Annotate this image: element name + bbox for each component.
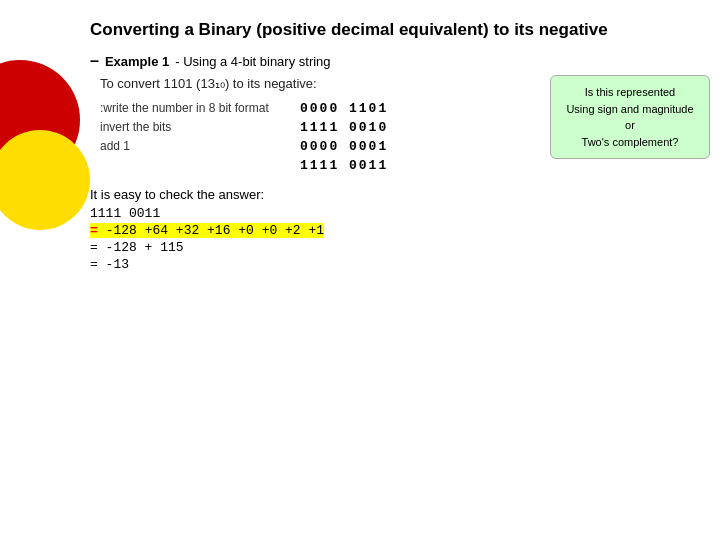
- step-row-3: add 1 0000 0001: [100, 139, 710, 154]
- tooltip-line1: Is this represented: [585, 86, 676, 98]
- step-value-4: 1111 0011: [300, 158, 388, 173]
- check-calc2-row: = -128 + 115: [90, 240, 710, 255]
- step-value-2: 1111 0010: [300, 120, 388, 135]
- step-row-4: 1111 0011: [100, 158, 710, 173]
- check-calc1: -128 +64 +32 +16 +0 +0 +2 +1: [106, 223, 324, 238]
- step-label-3: add 1: [100, 139, 300, 153]
- check-intro-text: It is easy to check the answer:: [90, 187, 264, 202]
- page-title: Converting a Binary (positive decimal eq…: [90, 20, 710, 40]
- main-content: Converting a Binary (positive decimal eq…: [90, 20, 710, 530]
- check-section: It is easy to check the answer: 1111 001…: [90, 187, 710, 272]
- example-label-row: – Example 1 - Using a 4-bit binary strin…: [90, 52, 710, 70]
- step-label-1: :write the number in 8 bit format: [100, 101, 300, 115]
- check-calc1-row: = -128 +64 +32 +16 +0 +0 +2 +1: [90, 223, 710, 238]
- check-intro: It is easy to check the answer:: [90, 187, 710, 202]
- example-bold-label: Example 1: [105, 54, 169, 69]
- check-calc1-highlight: = -128 +64 +32 +16 +0 +0 +2 +1: [90, 223, 324, 238]
- check-result: = -13: [90, 257, 129, 272]
- check-calc2: = -128 + 115: [90, 240, 184, 255]
- red-minus-sign: =: [90, 223, 98, 238]
- step-value-3: 0000 0001: [300, 139, 388, 154]
- step-label-2: invert the bits: [100, 120, 300, 134]
- step-row-2: invert the bits 1111 0010: [100, 120, 710, 135]
- check-value-row: 1111 0011: [90, 206, 710, 221]
- check-result-row: = -13: [90, 257, 710, 272]
- convert-text: To convert 1101 (13₁₀) to its negative:: [100, 76, 317, 91]
- step-row-1: :write the number in 8 bit format 0000 1…: [100, 101, 710, 116]
- yellow-circle-decoration: [0, 130, 90, 230]
- steps-area: :write the number in 8 bit format 0000 1…: [100, 101, 710, 173]
- check-value: 1111 0011: [90, 206, 160, 221]
- bullet-dash: –: [90, 52, 99, 70]
- example-description: - Using a 4-bit binary string: [175, 54, 330, 69]
- step-value-1: 0000 1101: [300, 101, 388, 116]
